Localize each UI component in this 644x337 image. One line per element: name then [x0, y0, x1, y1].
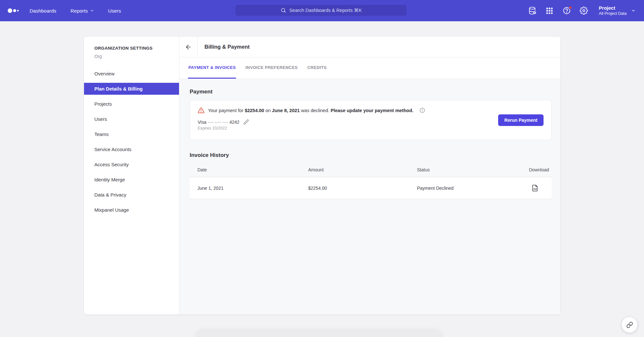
nav-link-label: Users — [108, 8, 121, 14]
sidebar-item-data-privacy[interactable]: Data & Privacy — [84, 187, 179, 202]
settings-gear-icon[interactable] — [579, 6, 588, 15]
invoice-table: Date Amount Status Download June 1, 2021… — [190, 163, 552, 199]
sidebar-item-plan-details-billing[interactable]: Plan Details & Billing — [84, 83, 179, 95]
column-header-amount: Amount — [308, 167, 417, 172]
sidebar-item-service-accounts[interactable]: Service Accounts — [84, 142, 179, 157]
top-navbar: Dashboards Reports Users Search Dashboar… — [0, 0, 644, 21]
payment-method-card: Your payment for $2254.00 on June 8, 202… — [190, 100, 552, 140]
project-selector[interactable]: Project All Project Data — [599, 5, 636, 16]
back-button[interactable] — [179, 37, 198, 57]
svg-text:PDF: PDF — [533, 188, 537, 190]
sidebar-item-identity-merge[interactable]: Identity Merge — [84, 172, 179, 187]
nav-link-users[interactable]: Users — [108, 8, 121, 14]
sidebar-item-teams[interactable]: Teams — [84, 127, 179, 142]
pdf-file-icon: PDF — [532, 185, 538, 191]
column-header-date: Date — [190, 167, 308, 172]
tab-credits[interactable]: CREDITS — [307, 57, 327, 79]
search-icon — [280, 7, 286, 13]
page-header: Billing & Payment — [179, 37, 560, 57]
data-management-icon[interactable] — [528, 6, 537, 15]
sidebar-title: ORGANIZATION SETTINGS — [94, 46, 169, 51]
card-number-label: Visa ···· ···· ···· 4242 — [198, 120, 240, 125]
invoice-row: June 1, 2021 $2254.00 Payment Declined P… — [190, 177, 552, 199]
download-pdf-button[interactable]: PDF — [510, 185, 552, 191]
nav-link-label: Dashboards — [30, 8, 56, 14]
org-settings-sidebar: ORGANIZATION SETTINGS Org Overview Plan … — [84, 37, 179, 314]
link-icon — [626, 322, 633, 328]
nav-link-reports[interactable]: Reports — [71, 8, 94, 14]
column-header-download: Download — [510, 167, 552, 172]
project-label: Project — [599, 5, 627, 11]
arrow-left-icon — [185, 43, 192, 51]
invoice-amount: $2254.00 — [308, 186, 417, 191]
billing-tabs: PAYMENT & INVOICES INVOICE PREFERENCES C… — [179, 57, 560, 79]
bottom-ghost-panel — [197, 331, 441, 337]
sidebar-item-mixpanel-usage[interactable]: Mixpanel Usage — [84, 202, 179, 217]
warning-triangle-icon — [198, 107, 204, 114]
org-settings-panel: ORGANIZATION SETTINGS Org Overview Plan … — [84, 37, 560, 314]
global-search-input[interactable]: Search Dashboards & Reports ⌘K — [235, 5, 407, 16]
card-expiry-label: Expires 10/2022 — [198, 126, 544, 130]
sidebar-item-overview[interactable]: Overview — [84, 66, 179, 81]
sidebar-item-access-security[interactable]: Access Security — [84, 157, 179, 172]
invoice-date: June 1, 2021 — [190, 186, 308, 191]
sidebar-item-projects[interactable]: Projects — [84, 96, 179, 111]
payment-section-title: Payment — [190, 89, 552, 95]
chevron-down-icon — [631, 8, 636, 13]
notification-badge — [569, 6, 572, 9]
info-icon[interactable] — [419, 107, 425, 113]
nav-link-dashboards[interactable]: Dashboards — [30, 8, 56, 14]
payment-declined-message: Your payment for $2254.00 on June 8, 202… — [208, 108, 413, 113]
invoice-status: Payment Declined — [417, 186, 510, 191]
help-icon[interactable] — [562, 6, 571, 15]
edit-payment-method-icon[interactable] — [243, 119, 249, 125]
project-value: All Project Data — [599, 11, 627, 16]
apps-grid-icon[interactable] — [545, 6, 554, 15]
sidebar-item-users[interactable]: Users — [84, 111, 179, 127]
sidebar-org-name: Org — [94, 54, 169, 59]
mixpanel-logo-icon[interactable] — [8, 8, 20, 13]
tab-invoice-preferences[interactable]: INVOICE PREFERENCES — [245, 57, 298, 79]
invoice-history-title: Invoice History — [190, 152, 552, 159]
tab-payment-invoices[interactable]: PAYMENT & INVOICES — [188, 57, 236, 79]
nav-link-label: Reports — [71, 8, 88, 14]
column-header-status: Status — [417, 167, 510, 172]
rerun-payment-button[interactable]: Rerun Payment — [498, 114, 544, 126]
page-title: Billing & Payment — [198, 44, 250, 50]
search-placeholder: Search Dashboards & Reports ⌘K — [289, 8, 362, 13]
copy-link-button[interactable] — [621, 317, 638, 333]
chevron-down-icon — [90, 9, 94, 13]
invoice-table-header: Date Amount Status Download — [190, 163, 552, 177]
